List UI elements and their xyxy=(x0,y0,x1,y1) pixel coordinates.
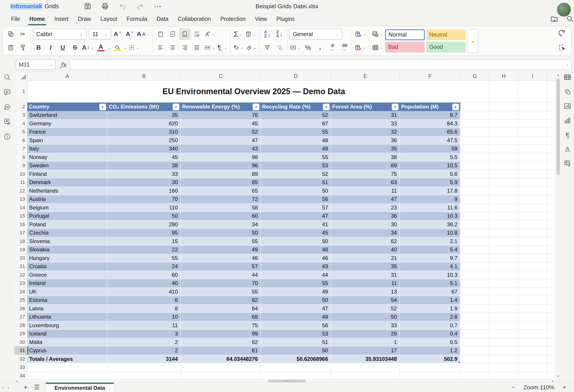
cell[interactable]: 64 xyxy=(181,305,261,313)
cell-empty[interactable] xyxy=(547,162,555,170)
cell[interactable]: 67 xyxy=(400,288,460,296)
row-header-6[interactable]: 6 xyxy=(14,136,27,145)
select-all-corner[interactable] xyxy=(14,72,28,81)
cell-empty[interactable] xyxy=(460,153,490,162)
cell-empty[interactable] xyxy=(460,178,490,187)
cell-empty[interactable] xyxy=(518,347,547,355)
cell[interactable]: 50 xyxy=(331,313,400,321)
cell[interactable]: 45 xyxy=(181,120,261,128)
cell[interactable]: 290 xyxy=(107,220,181,229)
cell-empty[interactable] xyxy=(490,262,518,271)
table-header-cell-0[interactable]: Country▼ xyxy=(27,103,107,111)
cell-empty[interactable] xyxy=(518,237,547,246)
row-header-28[interactable]: 28 xyxy=(14,321,27,330)
cell-empty[interactable] xyxy=(490,195,518,204)
cell[interactable]: Croatia xyxy=(27,262,107,271)
cell[interactable]: 38.2 xyxy=(400,220,460,229)
cell[interactable]: 51 xyxy=(261,178,331,187)
align-left-button[interactable] xyxy=(155,42,166,53)
chat-button[interactable] xyxy=(3,103,11,112)
change-case-button[interactable]: AA⌄ xyxy=(136,28,151,40)
cell[interactable]: 57 xyxy=(261,204,331,212)
cell[interactable]: 55 xyxy=(261,128,331,136)
cell-empty[interactable] xyxy=(460,195,490,204)
font-name-select[interactable]: Calibri ⌄ xyxy=(33,28,86,40)
cell[interactable]: 96 xyxy=(181,162,261,170)
cell[interactable]: 50 xyxy=(181,229,261,237)
cell-empty[interactable] xyxy=(490,81,518,103)
clear-filter-button[interactable] xyxy=(274,42,285,53)
zoom-out-button[interactable]: − xyxy=(512,383,515,391)
cell[interactable]: 35 xyxy=(331,262,400,271)
cell[interactable]: 46 xyxy=(261,254,331,263)
cell-empty[interactable] xyxy=(547,204,555,212)
previous-sheet-button[interactable]: ‹ xyxy=(2,384,4,391)
cell-empty[interactable] xyxy=(460,296,490,305)
align-right-button[interactable] xyxy=(179,42,191,53)
cell[interactable]: 340 xyxy=(107,145,181,153)
cell-empty[interactable] xyxy=(547,170,555,179)
row-header-33[interactable]: 33 xyxy=(14,363,27,372)
copy-button[interactable] xyxy=(5,28,17,40)
column-header-partial[interactable] xyxy=(547,72,555,81)
cell[interactable]: 0.5 xyxy=(400,338,460,347)
more-actions-button[interactable]: ⋯ xyxy=(151,1,164,11)
row-header-16[interactable]: 16 xyxy=(14,220,27,229)
cell[interactable]: 410 xyxy=(107,288,181,296)
cell-empty[interactable] xyxy=(400,363,460,372)
totals-cell[interactable]: 35.93103448 xyxy=(331,355,400,364)
cell-empty[interactable] xyxy=(518,212,547,220)
column-header-F[interactable]: F xyxy=(400,72,460,81)
cell[interactable]: 55 xyxy=(181,288,261,296)
row-header-4[interactable]: 4 xyxy=(14,120,27,128)
cell-empty[interactable] xyxy=(547,237,555,246)
row-header-29[interactable]: 29 xyxy=(14,330,27,338)
cell-empty[interactable] xyxy=(460,220,490,229)
cell-empty[interactable] xyxy=(490,212,518,220)
cell[interactable]: Italy xyxy=(27,145,107,153)
italic-button[interactable]: I xyxy=(45,42,57,53)
cell[interactable]: 50 xyxy=(261,187,331,195)
cell-empty[interactable] xyxy=(460,355,490,364)
cell[interactable]: 4.1 xyxy=(400,262,460,271)
cell-empty[interactable] xyxy=(331,363,400,372)
print-button[interactable] xyxy=(99,1,111,11)
cell-empty[interactable] xyxy=(518,145,547,153)
row-header-20[interactable]: 20 xyxy=(14,254,27,263)
cell[interactable]: 2 xyxy=(107,338,181,347)
cell-empty[interactable] xyxy=(460,128,490,136)
cell[interactable]: 48 xyxy=(261,246,331,254)
cell-empty[interactable] xyxy=(460,262,490,271)
increase-decimal-button[interactable]: .00→ xyxy=(338,42,350,53)
horizontal-scrollbar-thumb[interactable]: ••• xyxy=(268,380,306,382)
row-header-18[interactable]: 18 xyxy=(14,237,27,246)
conditional-formatting-button[interactable]: ⌄ xyxy=(371,28,384,40)
cell-empty[interactable] xyxy=(547,120,555,128)
cell[interactable]: 59 xyxy=(400,145,460,153)
cell-empty[interactable] xyxy=(490,271,518,279)
cell[interactable]: 89 xyxy=(181,170,261,179)
delete-cells-button[interactable]: ⌄ xyxy=(354,42,367,53)
borders-button[interactable]: ⌄ xyxy=(127,42,140,53)
chevron-down-icon[interactable]: ⌄ xyxy=(124,46,127,50)
cell[interactable]: Poland xyxy=(27,220,107,229)
format-as-table-button[interactable]: ⌄ xyxy=(371,42,384,53)
cell[interactable]: 5.9 xyxy=(400,178,460,187)
cell[interactable]: 29 xyxy=(331,330,400,338)
underline-button[interactable]: U xyxy=(57,42,69,53)
row-header-17[interactable]: 17 xyxy=(14,229,27,237)
cell[interactable]: 85 xyxy=(181,178,261,187)
cell-empty[interactable] xyxy=(547,321,555,330)
slicer-settings-button[interactable] xyxy=(564,160,571,168)
cell[interactable]: 10.5 xyxy=(400,162,460,170)
search-button[interactable] xyxy=(564,14,574,24)
cell-empty[interactable] xyxy=(547,153,555,162)
table-header-cell-3[interactable]: Recycling Rate (%)▼ xyxy=(261,103,331,111)
row-header-30[interactable]: 30 xyxy=(14,338,27,347)
cell[interactable]: 15 xyxy=(107,237,181,246)
bold-button[interactable]: B xyxy=(33,42,44,53)
insert-cells-button[interactable]: ⌄ xyxy=(354,28,367,40)
cell[interactable]: 53 xyxy=(261,162,331,170)
cell[interactable]: 36 xyxy=(331,212,400,220)
cell[interactable]: Czechia xyxy=(27,229,107,237)
